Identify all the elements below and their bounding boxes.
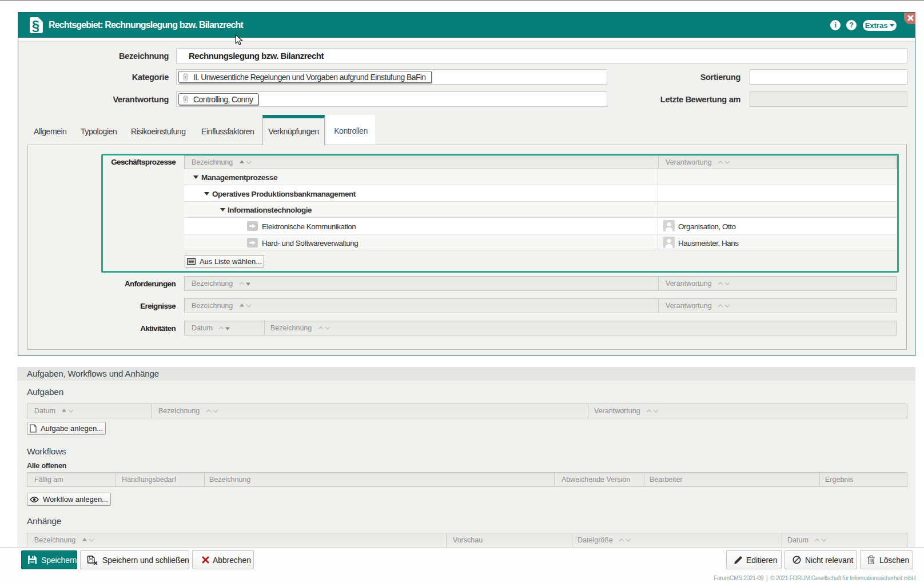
svg-text:§: §: [32, 18, 39, 33]
